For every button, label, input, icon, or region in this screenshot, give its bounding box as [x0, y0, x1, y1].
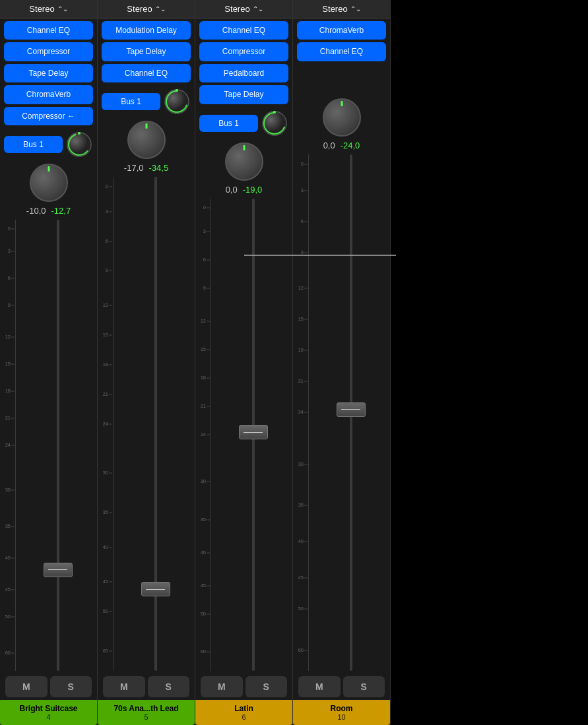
stereo-arrow-ch1: ⌃⌄ — [57, 5, 68, 13]
stereo-selector-ch4[interactable]: Stereo ⌃⌄ — [293, 0, 390, 18]
effect-btn-ch1-2[interactable]: Tape Delay — [4, 64, 93, 82]
stereo-arrow-ch3: ⌃⌄ — [253, 5, 263, 13]
mute-button-ch3[interactable]: M — [201, 676, 243, 697]
channel-ch4: Stereo ⌃⌄ ChromaVerbChannel EQ 0,0 -24,0… — [293, 0, 391, 725]
stereo-label-ch1: Stereo — [29, 4, 54, 14]
bus-knob-ch2[interactable] — [163, 88, 191, 115]
track-label-ch2: 70s Ana...th Lead 5 — [98, 700, 195, 725]
track-name-ch1: Bright Suitcase — [3, 704, 94, 713]
fader-track-ch2 — [119, 177, 192, 671]
bus-knob-ch1[interactable] — [65, 131, 93, 158]
effect-btn-ch2-2[interactable]: Channel EQ — [102, 64, 191, 82]
level-white-ch2: -17,0 — [124, 163, 144, 173]
effect-btn-ch3-3[interactable]: Tape Delay — [199, 85, 288, 104]
scale-column-ch1: 03691215182124303540455060 — [3, 220, 21, 671]
effect-btn-ch1-4[interactable]: Compressor ← — [4, 107, 93, 125]
solo-button-ch1[interactable]: S — [50, 676, 92, 697]
effect-btn-ch2-1[interactable]: Tape Delay — [102, 42, 191, 61]
mute-button-ch4[interactable]: M — [298, 676, 341, 697]
svg-point-0 — [67, 133, 91, 156]
volume-knob-ch4[interactable] — [323, 98, 361, 137]
scale-column-ch3: 03691215182124303540455060 — [198, 199, 216, 671]
mute-button-ch1[interactable]: M — [5, 676, 48, 697]
channel-ch1: Stereo ⌃⌄ Channel EQCompressorTape Delay… — [0, 0, 98, 725]
effect-btn-ch4-0[interactable]: ChromaVerb — [297, 21, 386, 40]
volume-knob-ch3[interactable] — [225, 142, 263, 181]
bus-row-ch1: Bus 1 — [0, 128, 97, 161]
ms-row-ch4: M S — [293, 674, 390, 700]
fader-track-ch4 — [314, 154, 387, 671]
fader-area-ch4: 03691215182124303540455060 — [293, 152, 390, 674]
stereo-selector-ch3[interactable]: Stereo ⌃⌄ — [195, 0, 292, 18]
volume-knob-ch1[interactable] — [30, 164, 68, 202]
ms-row-ch1: M S — [0, 674, 97, 700]
effect-btn-ch2-0[interactable]: Modulation Delay — [102, 21, 191, 40]
stereo-label-ch4: Stereo — [322, 4, 347, 14]
track-number-ch3: 6 — [198, 713, 290, 721]
stereo-selector-ch1[interactable]: Stereo ⌃⌄ — [0, 0, 97, 18]
effects-list-ch3: Channel EQCompressorPedalboardTape Delay — [195, 18, 292, 107]
level-values-ch2: -17,0 -34,5 — [98, 162, 195, 174]
effect-btn-ch1-3[interactable]: ChromaVerb — [4, 85, 93, 104]
track-label-ch3: Latin 6 — [195, 700, 292, 725]
effects-list-ch4: ChromaVerbChannel EQ — [293, 18, 390, 64]
right-spacer — [391, 0, 588, 725]
fader-thumb-ch1[interactable] — [44, 563, 73, 577]
effect-btn-ch1-1[interactable]: Compressor — [4, 42, 93, 61]
channel-ch3: Stereo ⌃⌄ Channel EQCompressorPedalboard… — [195, 0, 293, 725]
solo-button-ch4[interactable]: S — [343, 676, 385, 697]
ms-row-ch2: M S — [98, 674, 195, 700]
scale-column-ch4: 03691215182124303540455060 — [296, 154, 314, 671]
level-values-ch1: -10,0 -12,7 — [0, 205, 97, 217]
track-label-ch4: Room 10 — [293, 700, 390, 725]
level-green-ch2: -34,5 — [149, 163, 169, 173]
level-white-ch3: 0,0 — [226, 185, 238, 195]
volume-knob-ch2[interactable] — [127, 121, 166, 159]
bus-row-ch3: Bus 1 — [195, 107, 292, 140]
effect-btn-ch3-2[interactable]: Pedalboard — [199, 64, 288, 82]
level-green-ch1: -12,7 — [51, 206, 71, 216]
volume-knob-area-ch1 — [0, 161, 97, 205]
fader-thumb-ch4[interactable] — [337, 402, 366, 417]
fader-area-ch1: 03691215182124303540455060 — [0, 217, 97, 674]
level-green-ch4: -24,0 — [341, 141, 360, 150]
bus-button-ch2[interactable]: Bus 1 — [102, 93, 160, 110]
svg-point-6 — [263, 111, 286, 135]
stereo-arrow-ch2: ⌃⌄ — [155, 5, 166, 13]
track-number-ch4: 10 — [296, 713, 387, 721]
level-values-ch3: 0,0 -19,0 — [195, 183, 292, 196]
fader-area-ch2: 03691215182124303540455060 — [98, 174, 195, 674]
track-number-ch1: 4 — [3, 713, 94, 721]
volume-knob-area-ch3 — [195, 140, 292, 183]
bus-button-ch3[interactable]: Bus 1 — [199, 115, 258, 132]
solo-button-ch3[interactable]: S — [245, 676, 288, 697]
ms-row-ch3: M S — [195, 674, 292, 700]
fader-thumb-ch2[interactable] — [141, 582, 170, 596]
effect-btn-ch4-1[interactable]: Channel EQ — [297, 42, 386, 61]
mixer: Stereo ⌃⌄ Channel EQCompressorTape Delay… — [0, 0, 588, 725]
effect-btn-ch3-0[interactable]: Channel EQ — [199, 21, 288, 40]
level-white-ch1: -10,0 — [26, 206, 46, 216]
mute-button-ch2[interactable]: M — [103, 676, 145, 697]
volume-knob-area-ch2 — [98, 118, 195, 162]
stereo-arrow-ch4: ⌃⌄ — [350, 5, 361, 13]
solo-button-ch2[interactable]: S — [148, 676, 190, 697]
stereo-selector-ch2[interactable]: Stereo ⌃⌄ — [98, 0, 195, 18]
channel-ch2: Stereo ⌃⌄ Modulation DelayTape DelayChan… — [98, 0, 195, 725]
track-number-ch2: 5 — [100, 713, 192, 721]
scale-column-ch2: 03691215182124303540455060 — [100, 177, 119, 671]
level-values-ch4: 0,0 -24,0 — [293, 139, 390, 152]
fader-area-ch3: 03691215182124303540455060 — [195, 196, 292, 674]
svg-point-3 — [165, 90, 189, 113]
effects-list-ch2: Modulation DelayTape DelayChannel EQ — [98, 18, 195, 85]
svg-point-1 — [78, 132, 81, 135]
fader-track-ch1 — [21, 220, 94, 671]
bus-knob-ch3[interactable] — [261, 110, 288, 137]
fader-thumb-ch3[interactable] — [239, 425, 268, 439]
fader-track-ch3 — [216, 199, 290, 671]
effect-btn-ch3-1[interactable]: Compressor — [199, 42, 288, 61]
level-green-ch3: -19,0 — [243, 185, 263, 195]
effect-btn-ch1-0[interactable]: Channel EQ — [4, 21, 93, 40]
bus-row-ch2: Bus 1 — [98, 85, 195, 118]
bus-button-ch1[interactable]: Bus 1 — [4, 136, 63, 153]
